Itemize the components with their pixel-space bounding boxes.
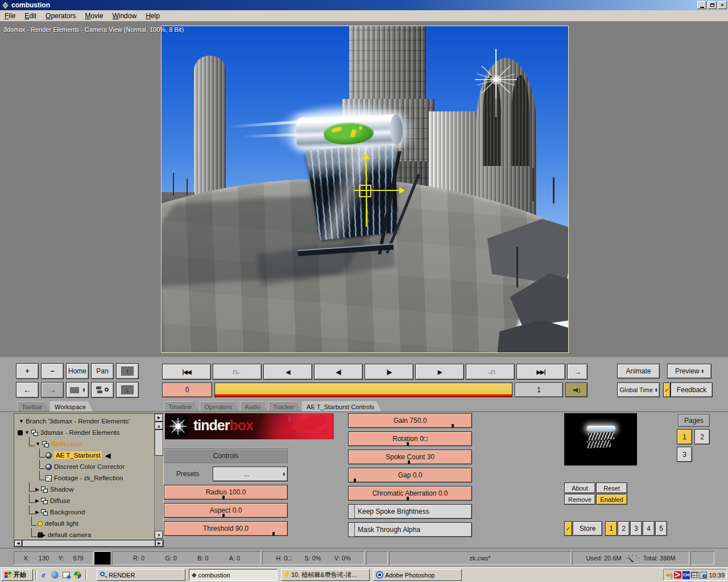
page-1-button[interactable]: 1: [677, 429, 692, 444]
keyboard-icon[interactable]: [691, 571, 698, 579]
render-image[interactable]: [161, 26, 569, 353]
history-back-button[interactable]: ←: [16, 382, 39, 398]
store-slot-5-button[interactable]: 5: [655, 521, 667, 536]
enabled-toggle[interactable]: Enabled: [596, 494, 627, 505]
gap-slider[interactable]: Gap 0.0: [348, 468, 472, 483]
transport-step-back-button[interactable]: ◀|: [314, 364, 363, 380]
menu-operators[interactable]: Operators: [41, 11, 80, 21]
caret-down-icon[interactable]: ▼: [35, 441, 40, 447]
close-button[interactable]: ×: [718, 1, 727, 9]
schematic-button[interactable]: [91, 382, 114, 398]
tree-item-shadow[interactable]: ▶ Shadow: [14, 484, 154, 495]
mask-through-alpha-toggle[interactable]: Mask Through Alpha: [348, 522, 472, 537]
menu-help[interactable]: Help: [141, 11, 164, 21]
tree-item-default-light[interactable]: default light: [14, 518, 154, 529]
zoom-out-button[interactable]: −: [41, 363, 64, 379]
store-slot-4-button[interactable]: 4: [643, 521, 655, 536]
minimize-button[interactable]: [697, 1, 706, 9]
ime-tool-icon[interactable]: [674, 571, 681, 579]
tree-item-reflection[interactable]: ▼ Reflection: [14, 438, 154, 450]
transport-play-to-mark-button[interactable]: →□: [466, 364, 515, 380]
reset-button[interactable]: Reset: [596, 483, 627, 493]
aspect-slider[interactable]: Aspect 0.0: [164, 503, 288, 518]
transport-reverse-to-mark-button[interactable]: □←: [213, 364, 262, 380]
display-mode-button[interactable]: ▴▾: [66, 382, 89, 398]
quicklaunch-mediaplayer-icon[interactable]: [73, 570, 82, 580]
pan-button[interactable]: Pan: [91, 363, 114, 379]
end-frame-field[interactable]: 1: [515, 383, 563, 397]
menu-edit[interactable]: Edit: [20, 11, 41, 21]
keep-spoke-brightness-toggle[interactable]: Keep Spoke Brightness: [348, 504, 472, 519]
tab-toolbar[interactable]: Toolbar: [17, 401, 49, 411]
volume-icon[interactable]: ): [665, 571, 673, 579]
store-checkbox[interactable]: ✓: [564, 521, 572, 536]
global-time-button[interactable]: Global Time ▴▾: [617, 383, 660, 397]
history-forward-button[interactable]: →: [41, 382, 64, 398]
task-combustion[interactable]: ◆ combustion: [189, 569, 278, 581]
transport-play-reverse-button[interactable]: ◀: [263, 364, 312, 380]
scroll-right-button[interactable]: ▶: [155, 540, 163, 547]
tab-starburst-controls[interactable]: AE T_Starburst Controls: [302, 401, 381, 411]
preview-button[interactable]: Preview ▴▾: [667, 364, 712, 379]
tab-workspace[interactable]: Workspace: [50, 401, 93, 411]
threshold-slider[interactable]: Threshold 90.0: [164, 521, 288, 536]
timeline-bar[interactable]: [214, 383, 512, 397]
scroll-up-button[interactable]: ▲: [155, 422, 163, 430]
system-info-icon[interactable]: i: [700, 571, 707, 579]
page-2-button[interactable]: 2: [694, 429, 710, 444]
zoom-in-button[interactable]: +: [16, 363, 39, 379]
feedback-button[interactable]: Feedback: [671, 383, 713, 397]
caret-right-icon[interactable]: ▶: [35, 498, 39, 504]
panel-expand-button[interactable]: ▶: [155, 414, 163, 422]
caret-down-icon[interactable]: ▼: [24, 430, 30, 435]
rotation-slider[interactable]: Rotation 0□: [348, 431, 472, 446]
gain-slider[interactable]: Gain 750.0: [348, 413, 472, 428]
caret-down-icon[interactable]: ▼: [19, 418, 24, 424]
animate-button[interactable]: Animate: [617, 364, 660, 379]
spoke-count-slider[interactable]: Spoke Count 30: [348, 450, 472, 464]
remove-button[interactable]: Remove: [564, 494, 595, 505]
tab-tracker[interactable]: Tracker: [268, 401, 301, 411]
tab-audio[interactable]: Audio: [240, 401, 267, 411]
scroll-down-button[interactable]: ▼: [155, 531, 163, 539]
page-3-button[interactable]: 3: [677, 447, 692, 462]
tree-item-diffuse[interactable]: ▶ Diffuse: [14, 495, 154, 506]
transport-go-end-button[interactable]: ▶▶|: [516, 364, 565, 380]
tree-horizontal-scrollbar[interactable]: ◀ ▶: [14, 539, 164, 547]
quicklaunch-desktop-icon[interactable]: [61, 570, 71, 580]
caret-right-icon[interactable]: ▶: [35, 487, 39, 492]
tree-item-background[interactable]: ▶ Background: [14, 506, 154, 518]
quicklaunch-ie-icon[interactable]: e: [39, 570, 48, 580]
panel-up-button[interactable]: ↑: [116, 363, 139, 379]
store-slot-2-button[interactable]: 2: [618, 521, 630, 536]
ime-language-icon[interactable]: CH: [682, 571, 690, 579]
scroll-thumb[interactable]: [155, 430, 163, 456]
scroll-left-button[interactable]: ◀: [14, 540, 22, 547]
quicklaunch-globe-icon[interactable]: [50, 570, 60, 580]
transport-go-start-button[interactable]: |◀◀: [162, 364, 211, 380]
chromatic-aberration-slider[interactable]: Chromatic Aberration 0.0: [348, 486, 472, 501]
gizmo-center-handle[interactable]: [359, 185, 371, 197]
about-button[interactable]: About: [564, 483, 595, 493]
current-frame-field[interactable]: 0: [162, 383, 212, 397]
restore-button[interactable]: [708, 1, 717, 9]
scroll-thumb[interactable]: [22, 540, 155, 547]
taskbar-clock[interactable]: 10:39: [709, 572, 725, 579]
radius-slider[interactable]: Radius 100.0: [164, 485, 288, 500]
menu-movie[interactable]: Movie: [80, 11, 107, 21]
tree-vertical-scrollbar[interactable]: ▶ ▲ ▼: [154, 414, 163, 539]
panel-down-button[interactable]: ↓: [116, 382, 139, 398]
playback-mode-button[interactable]: →: [567, 364, 588, 380]
store-slot-1-button[interactable]: 1: [605, 521, 617, 536]
task-document[interactable]: 10. 植楨棘&瓒告诧-渚...: [281, 569, 370, 581]
menu-window[interactable]: Window: [107, 11, 141, 21]
transport-play-button[interactable]: ▶: [415, 364, 464, 380]
transport-step-forward-button[interactable]: |▶: [365, 364, 413, 380]
tree-item-composite[interactable]: ▼ 3dsmax - Render Elements: [14, 427, 154, 438]
tree-item-color-corrector[interactable]: Discreet Color Corrector: [14, 461, 154, 472]
menu-file[interactable]: File: [0, 11, 20, 21]
tree-item-starburst[interactable]: AE T_Starburst ◀: [14, 450, 154, 461]
tree-item-footage[interactable]: Footage - zk_Reflection: [14, 472, 154, 484]
tree-item-branch[interactable]: ▼ Branch '3dsmax - Render Elements': [14, 415, 154, 427]
store-slot-3-button[interactable]: 3: [630, 521, 642, 536]
